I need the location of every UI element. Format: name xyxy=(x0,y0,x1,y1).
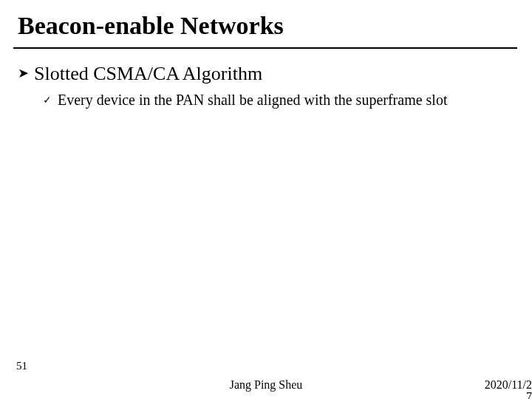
bullet-level1-text: Slotted CSMA/CA Algorithm xyxy=(34,62,514,85)
bullet-level2-text: Every device in the PAN shall be aligned… xyxy=(58,91,514,109)
footer-date-continued: 7 xyxy=(526,390,532,399)
footer-date: 2020/11/2 xyxy=(485,378,532,392)
footer-author: Jang Ping Sheu xyxy=(0,378,532,392)
bullet-level1: ➤ Slotted CSMA/CA Algorithm xyxy=(18,62,514,85)
slide: Beacon-enable Networks ➤ Slotted CSMA/CA… xyxy=(0,0,532,399)
check-icon: ✓ xyxy=(43,91,58,109)
arrow-icon: ➤ xyxy=(18,62,34,84)
bullet-level2: ✓ Every device in the PAN shall be align… xyxy=(43,91,514,109)
content-area: ➤ Slotted CSMA/CA Algorithm ✓ Every devi… xyxy=(18,62,514,109)
title-underline xyxy=(13,47,517,49)
page-number: 51 xyxy=(16,360,27,372)
page-title: Beacon-enable Networks xyxy=(18,12,284,40)
